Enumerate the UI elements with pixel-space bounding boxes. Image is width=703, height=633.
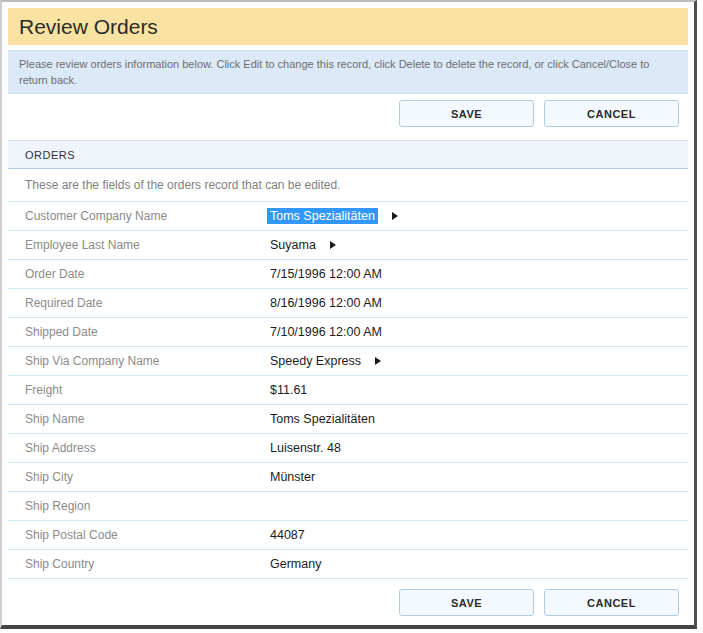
field-value[interactable]: 44087 [270, 528, 305, 542]
field-value[interactable]: 7/15/1996 12:00 AM [270, 267, 382, 281]
field-label: Ship City [25, 470, 270, 484]
save-button[interactable]: SAVE [399, 100, 534, 127]
field-value[interactable]: 8/16/1996 12:00 AM [270, 296, 382, 310]
section-description: These are the fields of the orders recor… [8, 169, 688, 202]
field-label: Shipped Date [25, 325, 270, 339]
field-label: Ship Region [25, 499, 270, 513]
section-header-orders: ORDERS [8, 140, 688, 169]
field-value[interactable]: Luisenstr. 48 [270, 441, 341, 455]
field-value[interactable]: Münster [270, 470, 315, 484]
field-value-text: Luisenstr. 48 [270, 441, 341, 455]
field-label: Ship Via Company Name [25, 354, 270, 368]
field-row: Shipped Date 7/10/1996 12:00 AM [8, 318, 688, 347]
top-button-row: SAVE CANCEL [8, 100, 688, 127]
field-value-text: Speedy Express [270, 354, 361, 368]
field-value-text: Toms Spezialitäten [267, 208, 378, 224]
field-value[interactable]: 7/10/1996 12:00 AM [270, 325, 382, 339]
field-label: Ship Country [25, 557, 270, 571]
field-label: Ship Address [25, 441, 270, 455]
field-value-text: Münster [270, 470, 315, 484]
field-value-text: Toms Spezialitäten [270, 412, 375, 426]
fields-list: Customer Company Name Toms Spezialitäten… [8, 202, 688, 579]
field-row: Ship Region [8, 492, 688, 521]
cancel-button[interactable]: CANCEL [544, 100, 679, 127]
field-value[interactable]: $11.61 [270, 383, 307, 397]
field-value-text: Suyama [270, 238, 316, 252]
field-row: Ship Via Company Name Speedy Express [8, 347, 688, 376]
field-value-text: 8/16/1996 12:00 AM [270, 296, 382, 310]
field-value[interactable]: Speedy Express [270, 354, 381, 368]
field-value[interactable]: Toms Spezialitäten [270, 412, 375, 426]
field-row: Ship Name Toms Spezialitäten [8, 405, 688, 434]
lookup-arrow-icon[interactable] [330, 241, 336, 249]
field-value-text: 7/15/1996 12:00 AM [270, 267, 382, 281]
field-label: Order Date [25, 267, 270, 281]
field-row: Required Date 8/16/1996 12:00 AM [8, 289, 688, 318]
field-row: Ship City Münster [8, 463, 688, 492]
field-label: Employee Last Name [25, 238, 270, 252]
field-row: Customer Company Name Toms Spezialitäten [8, 202, 688, 231]
field-value[interactable]: Germany [270, 557, 321, 571]
field-label: Freight [25, 383, 270, 397]
review-orders-window: Review Orders Please review orders infor… [0, 0, 697, 629]
field-row: Ship Postal Code 44087 [8, 521, 688, 550]
info-bar: Please review orders information below. … [8, 50, 688, 94]
lookup-arrow-icon[interactable] [392, 212, 398, 220]
field-value[interactable]: Suyama [270, 238, 336, 252]
section-title: ORDERS [25, 149, 75, 161]
field-label: Customer Company Name [25, 209, 270, 223]
lookup-arrow-icon[interactable] [375, 357, 381, 365]
field-value-text: 7/10/1996 12:00 AM [270, 325, 382, 339]
field-row: Freight $11.61 [8, 376, 688, 405]
section-description-text: These are the fields of the orders recor… [25, 178, 341, 192]
field-value-text: 44087 [270, 528, 305, 542]
page-title: Review Orders [19, 15, 158, 39]
field-value-text: $11.61 [270, 383, 307, 397]
field-row: Employee Last Name Suyama [8, 231, 688, 260]
field-row: Ship Address Luisenstr. 48 [8, 434, 688, 463]
field-row: Ship Country Germany [8, 550, 688, 579]
titlebar: Review Orders [8, 8, 688, 45]
field-label: Required Date [25, 296, 270, 310]
save-button[interactable]: SAVE [399, 589, 534, 616]
info-bar-text: Please review orders information below. … [19, 58, 649, 86]
cancel-button[interactable]: CANCEL [544, 589, 679, 616]
field-value[interactable]: Toms Spezialitäten [270, 208, 398, 224]
field-value-text: Germany [270, 557, 321, 571]
field-label: Ship Name [25, 412, 270, 426]
field-label: Ship Postal Code [25, 528, 270, 542]
bottom-button-row: SAVE CANCEL [8, 589, 688, 616]
field-row: Order Date 7/15/1996 12:00 AM [8, 260, 688, 289]
